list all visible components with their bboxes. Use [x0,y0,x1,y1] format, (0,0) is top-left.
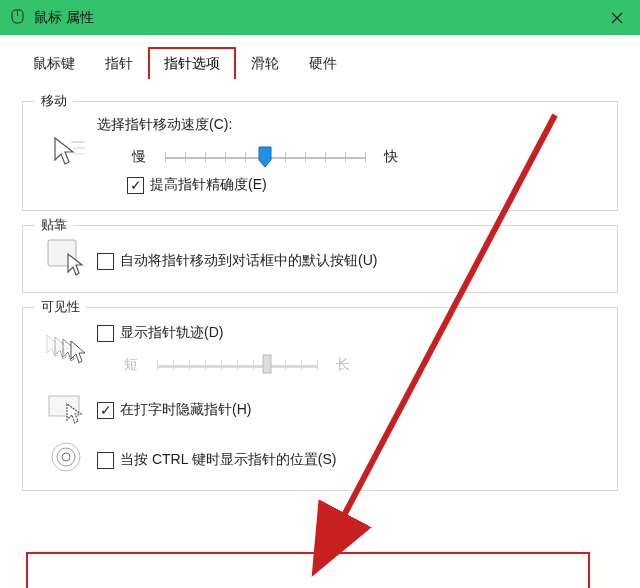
close-icon [611,12,623,24]
trails-slider [157,354,317,376]
trails-icon [37,333,97,369]
tab-buttons[interactable]: 鼠标键 [18,48,90,79]
ctrl-locate-icon [37,440,97,474]
svg-point-9 [52,443,80,471]
speed-slider-thumb[interactable] [258,146,272,168]
hide-typing-icon [37,390,97,424]
annotation-highlight-ctrl [26,552,590,588]
hide-when-typing-label: 在打字时隐藏指针(H) [120,401,251,419]
svg-point-11 [62,453,70,461]
trails-slider-thumb [262,354,276,376]
tab-hardware[interactable]: 硬件 [294,48,352,79]
window-icon [10,8,26,27]
speed-fast-label: 快 [379,148,403,166]
group-snap: 贴靠 自动将指针移动到对话框中的默认按钮(U) [22,225,618,293]
group-visibility: 可见性 显示指针轨迹(D) 短 [22,307,618,491]
tab-pointers[interactable]: 指针 [90,48,148,79]
show-location-ctrl-checkbox[interactable] [97,452,114,469]
tab-pointer-options[interactable]: 指针选项 [148,47,236,79]
titlebar: 鼠标 属性 [0,0,640,35]
hide-when-typing-checkbox[interactable]: ✓ [97,402,114,419]
enhance-precision-checkbox[interactable]: ✓ [127,177,144,194]
pointer-speed-label: 选择指针移动速度(C): [97,116,603,134]
group-visibility-legend: 可见性 [35,298,86,316]
trails-long-label: 长 [331,356,355,374]
svg-point-10 [57,448,75,466]
snap-icon [37,236,97,276]
show-trails-checkbox[interactable] [97,325,114,342]
trails-short-label: 短 [119,356,143,374]
close-button[interactable] [594,0,640,35]
group-motion: 移动 选择指针移动速度(C): 慢 [22,101,618,211]
pointer-speed-slider[interactable] [165,146,365,168]
mouse-properties-window: 鼠标 属性 鼠标键 指针 指针选项 滑轮 硬件 移动 [0,0,640,588]
tab-bar: 鼠标键 指针 指针选项 滑轮 硬件 [0,35,640,79]
snap-to-default-label: 自动将指针移动到对话框中的默认按钮(U) [120,252,377,270]
motion-speed-icon [37,134,97,172]
show-location-ctrl-label: 当按 CTRL 键时显示指针的位置(S) [120,451,336,469]
speed-slow-label: 慢 [127,148,151,166]
client-area: 移动 选择指针移动速度(C): 慢 [0,79,640,491]
group-snap-legend: 贴靠 [35,216,73,234]
tab-wheel[interactable]: 滑轮 [236,48,294,79]
snap-to-default-checkbox[interactable] [97,253,114,270]
svg-rect-7 [263,355,271,373]
show-trails-label: 显示指针轨迹(D) [120,324,223,342]
enhance-precision-label: 提高指针精确度(E) [150,176,267,194]
group-motion-legend: 移动 [35,92,73,110]
window-title: 鼠标 属性 [34,9,94,27]
